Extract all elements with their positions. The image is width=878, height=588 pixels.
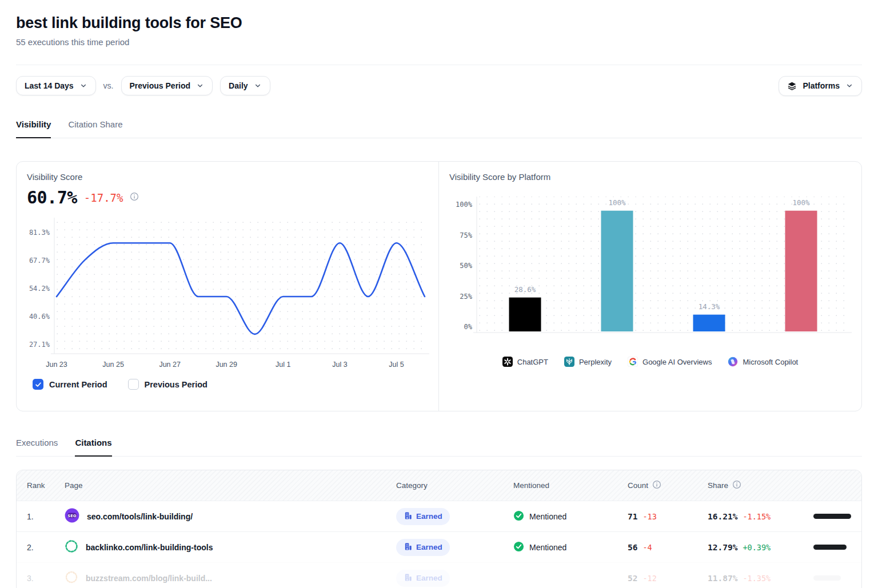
legend-toggle-current-period[interactable]: Current Period (33, 379, 107, 390)
svg-text:40.6%: 40.6% (29, 313, 50, 321)
perplexity-icon (564, 357, 574, 367)
layers-icon (787, 81, 797, 91)
share-cell: 11.87%-1.35% (708, 573, 813, 583)
svg-text:Jun 29: Jun 29 (215, 361, 237, 369)
platform-legend-item: Microsoft Copilot (728, 357, 798, 367)
count-cell: 71-13 (628, 511, 708, 522)
platforms-label: Platforms (803, 81, 840, 90)
trend-bar (813, 514, 851, 519)
vs-label: vs. (103, 81, 114, 90)
column-page: Page (65, 481, 396, 490)
rank-cell: 1. (27, 512, 65, 521)
filter-bar: Last 14 Days vs. Previous Period Daily P… (16, 75, 862, 97)
svg-text:100%: 100% (456, 201, 473, 209)
chevron-down-icon (196, 82, 204, 90)
platform-legend-item: ChatGPT (502, 357, 548, 367)
page-title: best link building tools for SEO (16, 14, 862, 32)
tab-citations[interactable]: Citations (75, 438, 111, 457)
column-category: Category (396, 481, 513, 490)
trend-bar (813, 545, 847, 550)
platform-legend-label: Microsoft Copilot (743, 358, 798, 366)
platforms-dropdown[interactable]: Platforms (779, 76, 862, 96)
category-badge: Earned (396, 570, 450, 587)
share-cell: 16.21%-1.15% (708, 511, 813, 522)
header-divider (16, 65, 862, 65)
visibility-score-value: 60.7% (27, 187, 77, 207)
page-link[interactable]: backlinko.com/link-building-tools (86, 543, 213, 552)
platform-legend-label: ChatGPT (517, 358, 548, 366)
checked-checkbox-icon[interactable] (33, 379, 43, 390)
granularity-dropdown[interactable]: Daily (220, 76, 270, 95)
citations-table: Rank Page Category Mentioned Count Share… (16, 470, 862, 588)
category-badge: Earned (396, 539, 450, 556)
charts-card: Visibility Score 60.7% -17.7% 81.3%67.7%… (16, 161, 862, 411)
svg-text:100%: 100% (608, 198, 626, 207)
info-icon[interactable] (130, 192, 139, 203)
svg-text:54.2%: 54.2% (29, 285, 50, 293)
chatgpt-icon (502, 357, 513, 367)
count-cell: 56-4 (628, 542, 708, 553)
trend-bar (813, 575, 841, 581)
info-icon[interactable] (652, 480, 661, 491)
secondary-tabs: ExecutionsCitations (16, 438, 862, 457)
category-badge: Earned (396, 508, 450, 525)
svg-text:14.3%: 14.3% (699, 302, 720, 311)
platform-chart-title: Visibility Score by Platform (449, 172, 851, 182)
buzzstream-favicon (65, 570, 78, 586)
svg-text:Jul 5: Jul 5 (389, 361, 404, 369)
backlinko-favicon (65, 539, 78, 555)
platform-legend-label: Google AI Overviews (642, 358, 712, 366)
svg-text:0%: 0% (464, 323, 473, 331)
check-circle-icon (513, 510, 524, 523)
info-icon[interactable] (732, 480, 741, 491)
page-link[interactable]: seo.com/tools/link-building/ (87, 512, 193, 521)
column-count: Count (628, 480, 708, 491)
unchecked-checkbox-icon[interactable] (128, 379, 139, 390)
table-row[interactable]: 3. buzzstream.com/blog/link-build... Ear… (17, 562, 861, 588)
chevron-down-icon (845, 82, 853, 90)
tab-executions[interactable]: Executions (16, 438, 58, 457)
platform-legend-label: Perplexity (579, 358, 612, 366)
table-row[interactable]: 2. backlinko.com/link-building-tools Ear… (17, 531, 861, 562)
date-range-dropdown[interactable]: Last 14 Days (16, 76, 96, 95)
platform-legend: ChatGPT Perplexity Google AI Overviews M… (449, 357, 851, 367)
visibility-score-delta: -17.7% (84, 191, 123, 204)
compare-period-dropdown[interactable]: Previous Period (121, 76, 213, 95)
primary-tabs: VisibilityCitation Share (16, 119, 862, 138)
rank-cell: 2. (27, 543, 65, 552)
tab-visibility[interactable]: Visibility (16, 119, 51, 138)
page-subtitle: 55 executions this time period (16, 37, 862, 47)
compare-period-label: Previous Period (130, 81, 191, 90)
table-row[interactable]: 1. SEO seo.com/tools/link-building/ Earn… (17, 501, 861, 531)
tab-citation-share[interactable]: Citation Share (68, 119, 122, 138)
svg-text:Jun 27: Jun 27 (159, 361, 181, 369)
column-share: Share (708, 480, 813, 491)
seo-favicon: SEO (65, 508, 79, 525)
platform-legend-item: Google AI Overviews (628, 357, 712, 367)
legend-toggle-previous-period[interactable]: Previous Period (128, 379, 207, 390)
check-circle-icon (513, 541, 524, 554)
platform-bar-chart: 100%75%50%25%0%28.6%100%14.3%100% (449, 189, 851, 354)
svg-text:Jul 1: Jul 1 (276, 361, 290, 369)
date-range-label: Last 14 Days (25, 81, 74, 90)
rank-cell: 3. (27, 574, 65, 583)
share-cell: 12.79%+0.39% (708, 542, 813, 553)
period-legend: Current Period Previous Period (27, 379, 428, 390)
svg-text:81.3%: 81.3% (29, 229, 50, 237)
building-icon (404, 511, 412, 522)
column-rank: Rank (27, 481, 65, 490)
legend-label: Previous Period (145, 380, 207, 389)
building-icon (404, 542, 412, 553)
page-header: best link building tools for SEO 55 exec… (16, 0, 862, 47)
visibility-score-title: Visibility Score (27, 172, 428, 182)
visibility-score-panel: Visibility Score 60.7% -17.7% 81.3%67.7%… (17, 162, 439, 411)
svg-text:SEO: SEO (67, 513, 77, 518)
platform-legend-item: Perplexity (564, 357, 612, 367)
svg-text:Jul 3: Jul 3 (332, 361, 347, 369)
google-icon (628, 357, 638, 367)
svg-text:Jun 23: Jun 23 (46, 361, 67, 369)
dashboard-page: best link building tools for SEO 55 exec… (0, 0, 878, 588)
svg-text:67.7%: 67.7% (29, 257, 50, 265)
page-link[interactable]: buzzstream.com/blog/link-build... (86, 574, 212, 583)
mentioned-status: Mentioned (513, 541, 628, 554)
